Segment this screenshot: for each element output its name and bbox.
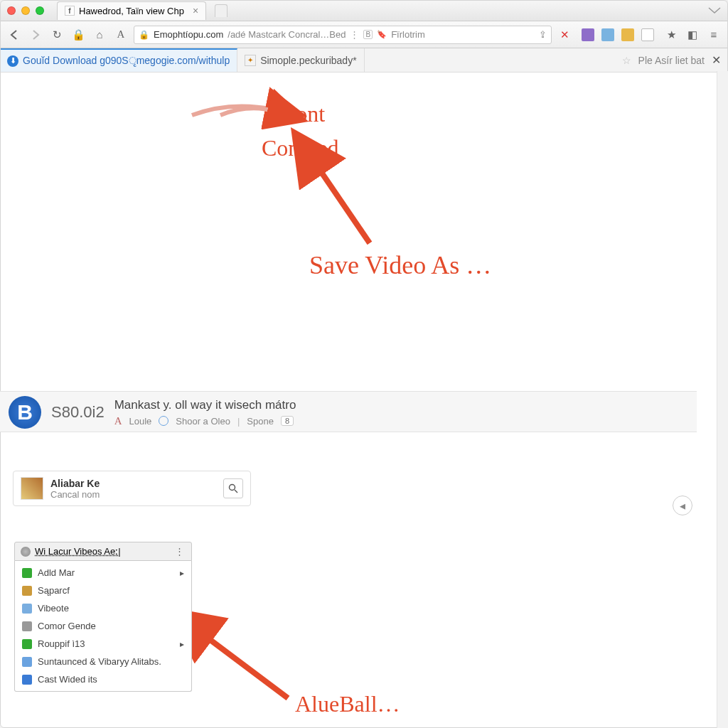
context-menu-header[interactable]: Wi Lacur Vibeos Aeː| ⋮ (14, 542, 192, 561)
panel-title: Mankast y. oll way it wisech mátro (114, 398, 688, 412)
panel-badge: 8 (281, 416, 294, 426)
menu-item-icon (22, 568, 32, 578)
menu-item-label: Cast Wided its (38, 674, 97, 685)
context-menu-item[interactable]: Vibeote (15, 599, 191, 617)
submenu-arrow-icon: ▸ (180, 639, 184, 649)
vertical-scrollbar[interactable] (717, 71, 728, 728)
search-button[interactable] (223, 478, 243, 498)
menu-item-label: Adld Mar (38, 567, 75, 578)
globe-icon (21, 547, 31, 557)
context-menu-title: Wi Lacur Vibeos Aeː| (35, 546, 121, 557)
context-menu-item[interactable]: Suntaunced & Vibaryy Alitabs. (15, 653, 191, 670)
context-menu-item[interactable]: Cast Wided its (15, 670, 191, 688)
svg-line-1 (235, 490, 237, 493)
menu-item-icon (22, 657, 32, 667)
menu-item-icon (22, 604, 32, 614)
context-menu-item[interactable]: Rouppif ì13▸ (15, 635, 191, 653)
menu-item-label: Vibeote (38, 603, 69, 614)
search-card-subtitle: Cancal nom (50, 489, 216, 500)
nav-prev-button[interactable]: ◂ (673, 496, 692, 515)
site-logo: B (9, 396, 41, 429)
menu-item-label: Suntaunced & Vibaryy Alitabs. (38, 656, 161, 667)
context-menu-item[interactable]: Sąparcf (15, 582, 191, 599)
forward-button[interactable] (27, 26, 44, 43)
author-badge-icon: A (114, 415, 122, 427)
panel-spone: Spone (247, 416, 274, 427)
submenu-arrow-icon: ▸ (180, 568, 184, 578)
panel-number: S80.0i2 (51, 403, 105, 422)
context-menu-item[interactable]: Comor Gende (15, 617, 191, 635)
search-card-title: Aliabar Ke (50, 478, 216, 489)
info-panel: B S80.0i2 Mankast y. oll way it wisech m… (0, 391, 697, 432)
menu-item-label: Comor Gende (38, 621, 96, 631)
menu-item-icon (22, 586, 32, 596)
panel-author: Loule (129, 416, 151, 427)
menu-item-label: Sąparcf (38, 585, 70, 596)
clock-icon (159, 416, 168, 426)
menu-item-icon (22, 675, 32, 685)
panel-mid: Shoor a Oleo (176, 416, 230, 427)
thumbnail (21, 477, 43, 500)
menu-item-label: Rouppif ì13 (38, 638, 85, 649)
search-card: Aliabar Ke Cancal nom (13, 471, 251, 506)
context-menu: Wi Lacur Vibeos Aeː| ⋮ Adld Mar▸SąparcfV… (14, 542, 192, 692)
context-menu-item[interactable]: Adld Mar▸ (15, 564, 191, 582)
more-icon[interactable]: ⋮ (175, 546, 186, 557)
menu-item-icon (22, 639, 32, 649)
menu-item-icon (22, 621, 32, 631)
svg-point-0 (230, 485, 235, 491)
